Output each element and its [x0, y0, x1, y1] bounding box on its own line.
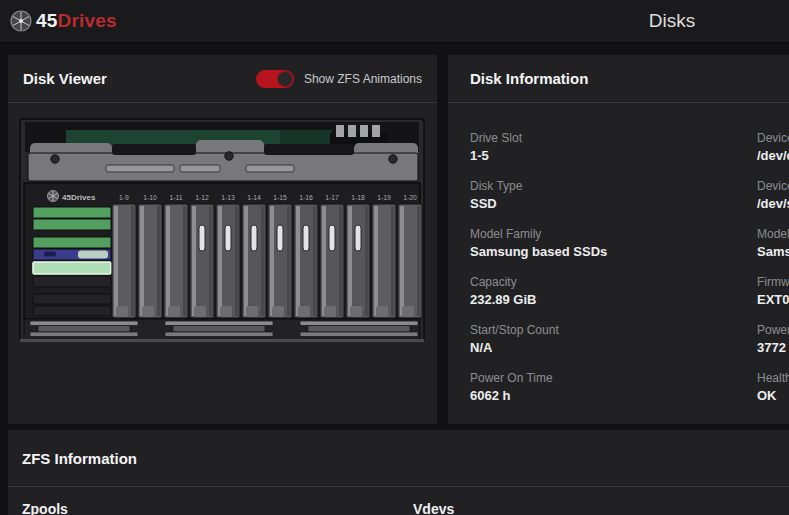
handle-icon — [165, 321, 273, 337]
slot-label: 1-17 — [325, 194, 339, 201]
slot-1-10[interactable] — [138, 204, 162, 318]
bay-1-3[interactable] — [33, 237, 111, 248]
disk-information-header: Disk Information — [448, 55, 789, 103]
bay-1-5-selected[interactable] — [33, 262, 111, 274]
field-label: Device — [757, 131, 789, 145]
slot-label: 1-9 — [119, 194, 129, 201]
screw-icon — [225, 152, 233, 160]
zfs-information-panel: ZFS Information Zpools Vdevs — [8, 430, 789, 515]
slot-1-13[interactable] — [216, 204, 240, 318]
field-value: 3772 — [757, 340, 789, 355]
slot-label: 1-18 — [351, 194, 365, 201]
caddy-tag-icon — [303, 225, 309, 251]
disk-info-right-column: Device /dev/d Device /dev/s Model Samsu … — [757, 131, 789, 403]
zfs-animations-toggle-group: Show ZFS Animations — [256, 70, 422, 88]
zfs-body: Zpools Vdevs — [8, 487, 789, 515]
caddy-tag-icon — [329, 225, 335, 251]
zfs-information-title: ZFS Information — [22, 450, 137, 467]
field-label: Model Family — [470, 227, 607, 241]
disk-viewer-title: Disk Viewer — [23, 70, 107, 87]
zfs-information-header: ZFS Information — [8, 430, 789, 487]
caddy-tag-icon — [355, 225, 361, 251]
caddy-tag-icon — [199, 225, 205, 251]
field-device-by-path: Device /dev/s — [757, 179, 789, 211]
field-label: Health — [757, 371, 789, 385]
slot-1-9[interactable] — [112, 204, 136, 318]
field-device-path: Device /dev/d — [757, 131, 789, 163]
brand-logo[interactable]: 45Drives — [10, 10, 117, 32]
field-model-family: Model Family Samsung based SSDs — [470, 227, 607, 259]
field-label: Disk Type — [470, 179, 607, 193]
field-health: Health OK — [757, 371, 789, 403]
field-value: OK — [757, 388, 789, 403]
45drives-logo-icon — [10, 10, 32, 32]
field-model: Model Samsu — [757, 227, 789, 259]
field-value: N/A — [470, 340, 607, 355]
screw-icon — [389, 155, 397, 163]
horizontal-bays — [33, 207, 111, 316]
slot-1-15[interactable] — [268, 204, 292, 318]
field-value: Samsung based SSDs — [470, 244, 607, 259]
bay-1-2[interactable] — [33, 219, 111, 230]
field-value: Samsu — [757, 244, 789, 259]
brand-45: 45 — [36, 10, 58, 32]
disk-information-title: Disk Information — [470, 70, 588, 87]
bay-1-8[interactable] — [33, 306, 111, 316]
bay-1-7[interactable] — [33, 294, 111, 304]
slot-label: 1-15 — [273, 194, 287, 201]
field-value: SSD — [470, 196, 607, 211]
slot-label: 1-13 — [221, 194, 235, 201]
field-label: Device — [757, 179, 789, 193]
field-label: Power — [757, 323, 789, 337]
zpools-heading: Zpools — [22, 501, 68, 515]
field-label: Firmw — [757, 275, 789, 289]
chassis-brand: 45Drives — [48, 191, 96, 202]
chassis-bracket — [28, 140, 418, 181]
zfs-animations-toggle-label: Show ZFS Animations — [304, 72, 422, 86]
chassis-svg: 45Drives 1-9 1-10 1-11 1-12 — [8, 103, 437, 424]
slot-1-17[interactable] — [320, 204, 344, 318]
field-value: EXT0B — [757, 292, 789, 307]
slot-label: 1-12 — [195, 194, 209, 201]
field-label: Start/Stop Count — [470, 323, 607, 337]
field-start-stop-count: Start/Stop Count N/A — [470, 323, 607, 355]
field-value: /dev/d — [757, 148, 789, 163]
chassis-bottom — [20, 319, 424, 342]
screw-icon — [51, 155, 59, 163]
handle-icon — [30, 321, 138, 337]
slot-1-16[interactable] — [294, 204, 318, 318]
disk-info-left-column: Drive Slot 1-5 Disk Type SSD Model Famil… — [470, 131, 607, 403]
slot-1-18[interactable] — [346, 204, 370, 318]
field-power-cycle: Power 3772 — [757, 323, 789, 355]
disk-information-panel: Disk Information Drive Slot 1-5 Disk Typ… — [448, 55, 789, 424]
vdevs-heading: Vdevs — [413, 501, 454, 515]
field-value: 232.89 GiB — [470, 292, 607, 307]
field-label: Model — [757, 227, 789, 241]
field-value: 1-5 — [470, 148, 607, 163]
bay-1-1[interactable] — [33, 207, 111, 218]
slot-label: 1-10 — [143, 194, 157, 201]
top-bar: 45Drives Disks — [0, 0, 789, 43]
chassis-brand-text: 45Drives — [62, 193, 96, 202]
slot-label: 1-14 — [247, 194, 261, 201]
bay-1-6[interactable] — [33, 276, 111, 287]
disk-viewer-panel: Disk Viewer Show ZFS Animations — [8, 55, 437, 424]
slot-1-14[interactable] — [242, 204, 266, 318]
slot-1-11[interactable] — [164, 204, 188, 318]
slot-label: 1-11 — [169, 194, 182, 201]
handle-icon — [300, 321, 418, 337]
field-power-on-time: Power On Time 6062 h — [470, 371, 607, 403]
caddy-tag-icon — [277, 225, 283, 251]
slot-label: 1-16 — [299, 194, 313, 201]
field-capacity: Capacity 232.89 GiB — [470, 275, 607, 307]
field-firmware: Firmw EXT0B — [757, 275, 789, 307]
disk-viewer-header: Disk Viewer Show ZFS Animations — [8, 55, 437, 103]
page-title: Disks — [649, 10, 695, 32]
slot-1-20[interactable] — [398, 204, 422, 318]
toggle-knob-icon — [277, 71, 293, 87]
field-value: 6062 h — [470, 388, 607, 403]
slot-1-12[interactable] — [190, 204, 214, 318]
slot-1-19[interactable] — [372, 204, 396, 318]
zfs-animations-toggle[interactable] — [256, 70, 294, 88]
caddy-tag-icon — [251, 225, 257, 251]
